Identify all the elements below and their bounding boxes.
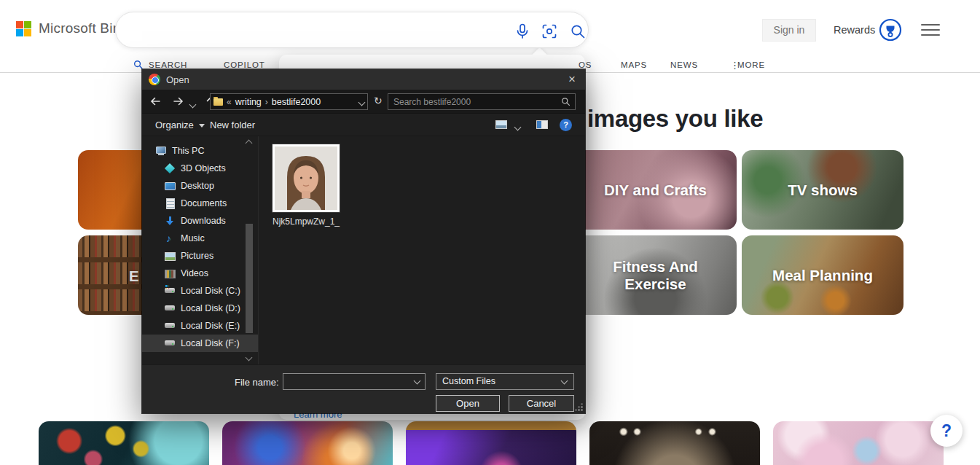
help-button[interactable]: ?	[930, 415, 963, 447]
file-name: Njk5LmpwZw_1_	[259, 216, 353, 227]
microsoft-logo-icon	[16, 21, 31, 36]
category-card-tv-shows[interactable]: TV shows	[742, 150, 903, 230]
sidebar-item-downloads[interactable]: Downloads	[142, 212, 258, 230]
search-input[interactable]	[133, 18, 498, 42]
breadcrumb-ellipsis[interactable]: «	[227, 97, 232, 107]
rewards-trophy-icon[interactable]	[879, 18, 902, 42]
dialog-titlebar[interactable]: Open ×	[142, 69, 585, 90]
menu-icon[interactable]	[921, 24, 940, 36]
sidebar-scrollbar[interactable]	[244, 136, 254, 364]
image-tile-dark-interior[interactable]	[589, 421, 760, 465]
card-label: TV shows	[788, 181, 858, 199]
popup-caret	[532, 47, 547, 63]
sidebar-item-this-pc[interactable]: This PC	[142, 142, 258, 160]
view-mode-icon[interactable]	[495, 120, 507, 129]
cube-icon	[164, 163, 176, 174]
resize-grip[interactable]	[581, 409, 582, 410]
view-dropdown-icon[interactable]	[515, 122, 520, 132]
image-tile-purple-room[interactable]	[406, 421, 576, 465]
disk-os-icon	[164, 285, 176, 297]
sidebar-item-local-disk-e[interactable]: Local Disk (E:)	[142, 317, 258, 335]
dialog-search-box[interactable]	[388, 93, 576, 110]
scroll-up-icon[interactable]	[246, 140, 253, 147]
disk-icon	[164, 337, 176, 349]
open-file-dialog: Open × « writing › bestlife2000 ↻	[142, 69, 585, 413]
tab-videos-partial[interactable]: OS	[579, 60, 592, 69]
file-thumbnail	[273, 144, 340, 212]
sidebar-item-local-disk-c[interactable]: Local Disk (C:)	[142, 282, 258, 300]
file-name-input[interactable]	[287, 375, 407, 388]
file-name-dropdown-icon[interactable]	[414, 378, 421, 385]
organize-button[interactable]: Organize	[155, 120, 205, 130]
tab-more[interactable]: MORE	[737, 60, 765, 69]
sidebar-item-documents[interactable]: Documents	[142, 195, 258, 212]
card-label: Meal Planning	[772, 267, 873, 284]
sidebar-item-desktop[interactable]: Desktop	[142, 177, 258, 195]
file-name-combobox[interactable]	[283, 373, 426, 390]
bing-logo[interactable]: Microsoft Bing	[16, 20, 128, 36]
music-icon	[164, 232, 176, 244]
file-type-select[interactable]: Custom Files	[436, 373, 574, 390]
forward-icon[interactable]	[173, 95, 184, 109]
video-icon	[164, 267, 176, 279]
navigation-pane: This PC 3D Objects Desktop Documents Dow…	[142, 136, 259, 364]
sidebar-item-local-disk-d[interactable]: Local Disk (D:)	[142, 300, 258, 317]
download-icon	[164, 215, 176, 227]
recent-locations-chevron-icon[interactable]	[190, 99, 195, 109]
file-name-label: File name:	[235, 377, 279, 388]
dialog-body: This PC 3D Objects Desktop Documents Dow…	[142, 136, 585, 364]
file-type-dropdown-icon	[561, 378, 568, 385]
image-tile-flowers[interactable]	[39, 421, 209, 465]
dialog-search-input[interactable]	[393, 95, 554, 108]
picture-icon	[164, 250, 176, 262]
scrollbar-thumb[interactable]	[246, 224, 253, 333]
tab-copilot[interactable]: COPILOT	[224, 60, 265, 69]
pc-icon	[155, 145, 167, 157]
preview-pane-icon[interactable]	[536, 120, 548, 129]
file-item[interactable]: Njk5LmpwZw_1_	[259, 141, 353, 227]
sidebar-item-videos[interactable]: Videos	[142, 265, 258, 282]
address-dropdown-icon[interactable]	[359, 97, 364, 107]
tab-search[interactable]: SEARCH	[149, 60, 187, 69]
search-submit-icon[interactable]	[569, 23, 587, 40]
search-bar[interactable]	[115, 12, 589, 48]
microphone-icon[interactable]	[514, 23, 531, 40]
category-card-meal-planning[interactable]: Meal Planning	[742, 235, 903, 315]
rewards-link[interactable]: Rewards	[834, 24, 875, 36]
dialog-footer: File name: Custom Files Open Cancel	[142, 364, 585, 413]
sidebar-item-pictures[interactable]: Pictures	[142, 247, 258, 265]
close-icon[interactable]: ×	[568, 71, 576, 87]
dialog-title: Open	[166, 74, 189, 85]
breadcrumb-writing[interactable]: writing	[235, 97, 262, 107]
tab-news[interactable]: NEWS	[670, 60, 698, 69]
visual-search-icon[interactable]	[541, 23, 558, 40]
folder-icon	[213, 98, 223, 106]
address-bar[interactable]: « writing › bestlife2000	[210, 93, 368, 110]
tab-maps[interactable]: MAPS	[621, 60, 647, 69]
card-label: Fitness And Exercise	[601, 258, 710, 292]
back-icon[interactable]	[149, 95, 161, 109]
cancel-button[interactable]: Cancel	[509, 395, 574, 412]
scroll-down-icon[interactable]	[246, 354, 253, 362]
new-folder-button[interactable]: New folder	[210, 120, 255, 130]
image-tile-nebula[interactable]	[222, 421, 393, 465]
sidebar-item-3d-objects[interactable]: 3D Objects	[142, 160, 258, 177]
sidebar-item-music[interactable]: Music	[142, 230, 258, 247]
breadcrumb-bestlife2000[interactable]: bestlife2000	[272, 97, 321, 107]
page-title: images you like	[587, 105, 763, 133]
sign-in-button[interactable]: Sign in	[762, 19, 816, 42]
document-icon	[164, 198, 176, 209]
category-card-fitness[interactable]: Fitness And Exercise	[574, 235, 737, 315]
image-tile-cherry-blossom[interactable]	[773, 421, 944, 465]
dialog-search-icon[interactable]	[561, 97, 571, 109]
refresh-icon[interactable]: ↻	[374, 95, 383, 106]
open-button[interactable]: Open	[436, 395, 500, 412]
dialog-command-bar: Organize New folder ?	[142, 114, 585, 136]
dialog-help-icon[interactable]: ?	[560, 119, 572, 131]
chrome-icon	[149, 74, 160, 85]
category-card-diy[interactable]: DIY and Crafts	[574, 150, 737, 230]
sidebar-item-local-disk-f[interactable]: Local Disk (F:)	[142, 335, 258, 352]
dialog-toolbar: « writing › bestlife2000 ↻	[142, 90, 585, 114]
breadcrumb-separator: ›	[265, 97, 268, 107]
card-label: DIY and Crafts	[604, 181, 707, 199]
